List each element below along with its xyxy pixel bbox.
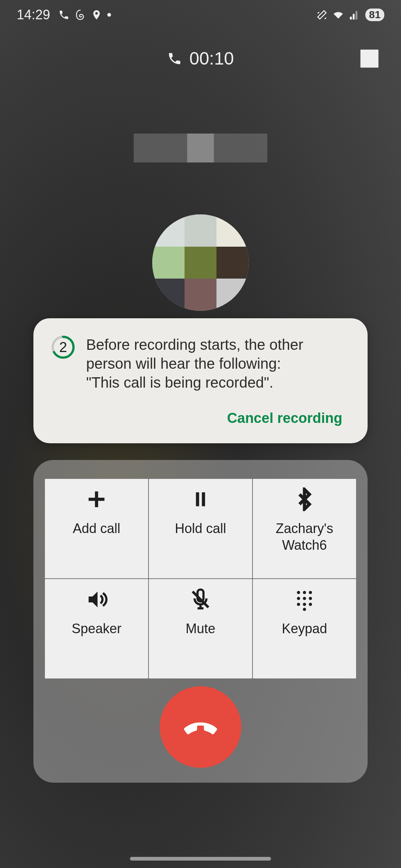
keypad-icon — [293, 588, 316, 611]
status-bar: 14:29 81 — [0, 0, 401, 30]
call-icon — [167, 51, 182, 66]
call-duration: 00:10 — [189, 48, 234, 69]
speaker-label: Speaker — [72, 620, 121, 637]
status-left: 14:29 — [17, 7, 111, 23]
keypad-label: Keypad — [282, 620, 327, 637]
phone-icon — [58, 9, 69, 20]
hold-call-label: Hold call — [175, 520, 226, 537]
more-options-button[interactable] — [360, 49, 379, 68]
contact-block — [0, 134, 401, 311]
hold-call-button[interactable]: Hold call — [149, 479, 252, 579]
bluetooth-device-label: Zachary's Watch6 — [253, 520, 356, 553]
svg-point-10 — [309, 597, 312, 600]
svg-point-8 — [297, 597, 300, 600]
pause-icon — [189, 487, 212, 511]
location-icon — [91, 9, 102, 20]
svg-point-6 — [303, 591, 306, 594]
mute-icon — [189, 588, 212, 611]
mute-button[interactable]: Mute — [149, 579, 252, 679]
contact-avatar[interactable] — [152, 214, 249, 311]
bluetooth-icon — [293, 487, 316, 511]
more-notifications-dot — [107, 13, 111, 17]
wifi-icon — [333, 9, 344, 20]
svg-point-7 — [309, 591, 312, 594]
call-controls-panel: Add call Hold call Zachary's Watch6 Spea… — [33, 460, 368, 783]
keypad-button[interactable]: Keypad — [252, 579, 356, 679]
plus-icon — [85, 487, 108, 511]
svg-point-5 — [297, 591, 300, 594]
signal-icon — [349, 9, 360, 20]
hangup-icon — [182, 708, 219, 746]
svg-point-13 — [309, 603, 312, 606]
threads-icon — [75, 9, 86, 20]
clock: 14:29 — [17, 7, 50, 23]
contact-name — [134, 134, 267, 162]
svg-point-12 — [303, 603, 306, 606]
status-right: 81 — [316, 9, 384, 21]
add-call-button[interactable]: Add call — [45, 479, 149, 579]
svg-point-0 — [368, 51, 371, 55]
battery-level: 81 — [365, 9, 384, 21]
vibrate-icon — [316, 9, 327, 20]
recording-countdown: 2 — [51, 335, 75, 359]
call-header: 00:10 — [0, 48, 401, 69]
recording-message: Before recording starts, the other perso… — [86, 335, 350, 392]
mute-label: Mute — [186, 620, 215, 637]
bluetooth-audio-button[interactable]: Zachary's Watch6 — [252, 479, 356, 579]
speaker-icon — [85, 588, 108, 611]
end-call-button[interactable] — [160, 686, 241, 768]
navigation-handle[interactable] — [130, 857, 271, 861]
speaker-button[interactable]: Speaker — [45, 579, 149, 679]
svg-point-11 — [297, 603, 300, 606]
add-call-label: Add call — [73, 520, 120, 537]
svg-point-14 — [303, 608, 306, 611]
svg-point-1 — [368, 57, 371, 60]
recording-notice-card: 2 Before recording starts, the other per… — [33, 318, 368, 443]
svg-point-9 — [303, 597, 306, 600]
cancel-recording-button[interactable]: Cancel recording — [220, 405, 350, 431]
svg-point-2 — [368, 62, 371, 66]
